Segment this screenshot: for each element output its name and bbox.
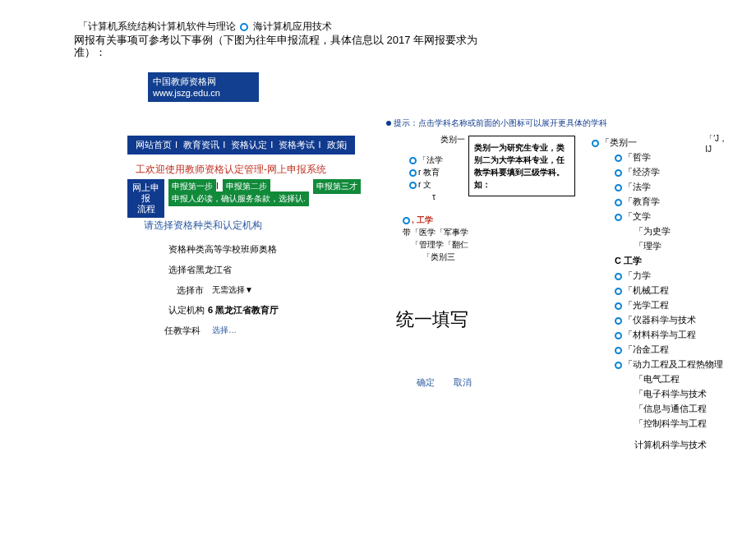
circle-icon xyxy=(615,288,622,295)
circle-icon xyxy=(409,169,417,177)
circle-icon xyxy=(615,199,622,206)
tree-item[interactable]: 「法学 xyxy=(592,179,723,194)
site-name: 中国教师资格网 xyxy=(153,76,254,87)
center-hint: 提示：点击学科名称或前面的小图标可以展开更具体的学科 xyxy=(386,118,607,129)
circle-icon xyxy=(615,362,622,369)
tree-item[interactable]: 「哲学 xyxy=(592,150,723,164)
circle-icon xyxy=(615,332,622,339)
form-org-label: 认定机构 xyxy=(168,304,205,316)
tree-item[interactable]: 「电子科学与技术 xyxy=(592,386,723,401)
circle-icon xyxy=(615,302,622,310)
tree-root[interactable]: 「类别一 xyxy=(601,137,637,147)
note-box: 类别一为研究生专业，类别二为大学本科专业，任教学科要填到三级学科。如： xyxy=(468,136,575,196)
form-org-value: 6 黑龙江省教育厅 xyxy=(208,304,279,316)
tree-item[interactable]: 「冶金工程 xyxy=(592,342,723,357)
center-lower-list: , 工学 带「医学「军事学 「管理学「翻仁 「类别三 xyxy=(403,214,468,263)
tree-item[interactable]: 「机械工程 xyxy=(592,283,723,297)
ok-button[interactable]: 确定 xyxy=(417,377,435,387)
nav-item-cert[interactable]: 资格认定 xyxy=(228,140,270,150)
tree-item[interactable]: 「信息与通信工程 xyxy=(592,401,723,416)
tree-item[interactable]: 「动力工程及工程热物理 xyxy=(592,357,723,371)
circle-icon xyxy=(615,169,622,177)
tree-item[interactable]: 「光学工程 xyxy=(592,297,723,312)
step-3[interactable]: 申报第三才 xyxy=(313,179,361,194)
form-cert-type: 资格种类高等学校班师奥格 xyxy=(168,243,277,256)
tree-item[interactable]: 「为史学 xyxy=(592,224,723,238)
top-line-3: 准）： xyxy=(74,45,106,60)
tree-item[interactable]: 「教育学 xyxy=(592,194,723,209)
top-line-1b: 海计算机应用技术 xyxy=(253,21,332,32)
form-city-label: 选择市 xyxy=(177,284,204,297)
nav-item-exam[interactable]: 资格考试 xyxy=(275,140,318,150)
tree-item[interactable]: 「控制科学与工程 xyxy=(592,416,723,431)
form-city-select[interactable]: 无需选择▼ xyxy=(212,284,253,296)
site-url: www.jszg.edu.cn xyxy=(153,87,254,99)
top-line-1a: 「计算机系统结构计算机软件与理论 xyxy=(78,21,236,32)
circle-icon xyxy=(240,23,248,31)
nav-item-home[interactable]: 网站首页 xyxy=(132,140,175,150)
top-line-2: 网报有关事项可参考以下事例（下图为往年申报流程，具体信息以 2017 年网报要求… xyxy=(74,33,477,48)
circle-icon xyxy=(615,317,622,325)
welcome-text: 工欢迎使用教师资格认定管理-网上申报系统 xyxy=(136,163,326,177)
nav-bar: 网站首页I 教育资讯I 资格认定I 资格考试I 政策j xyxy=(127,136,355,155)
choose-title: 请选择资格种类和认定机构 xyxy=(144,219,262,233)
fill-label: 统一填写 xyxy=(396,307,468,332)
center-o-list: 「法学 r 教育 r 文 τ xyxy=(409,154,443,203)
form-province: 选择省黑龙江省 xyxy=(168,264,232,276)
tree-item[interactable]: 「电气工程 xyxy=(592,371,723,386)
circle-icon xyxy=(592,140,599,147)
circle-icon xyxy=(615,347,622,354)
tree-item[interactable]: 「力学 xyxy=(592,268,723,283)
nav-item-policy[interactable]: 政策j xyxy=(324,140,350,150)
cancel-button[interactable]: 取消 xyxy=(454,377,472,387)
confirm-row: 确定 取消 xyxy=(408,376,480,389)
center-label-cat1: 类别一 xyxy=(440,134,465,145)
tree-item[interactable]: 「仪器科学与技术 xyxy=(592,312,723,327)
apply-flow-label: 网上申报流程 xyxy=(127,179,164,218)
form-subject-select[interactable]: 选择… xyxy=(212,325,237,336)
form-subject-label: 任教学科 xyxy=(164,325,201,337)
circle-icon xyxy=(615,273,622,280)
circle-icon xyxy=(403,217,410,224)
tree-item[interactable]: C 工学 xyxy=(592,253,723,268)
site-banner: 中国教师资格网 www.jszg.edu.cn xyxy=(148,72,259,102)
circle-icon xyxy=(409,182,417,189)
circle-icon xyxy=(409,157,417,164)
bullet-icon xyxy=(386,121,391,126)
tree-item[interactable]: 「理学 xyxy=(592,238,723,253)
tree-item[interactable]: 「材料科学与工程 xyxy=(592,327,723,342)
step-must-read: 申报人必读，确认服务条款，选择认. xyxy=(168,191,309,206)
nav-item-news[interactable]: 教育资讯 xyxy=(180,140,223,150)
circle-icon xyxy=(615,184,622,191)
circle-icon xyxy=(615,214,622,221)
tree-item[interactable]: 「经济学 xyxy=(592,164,723,179)
tree-item[interactable]: 「文学 xyxy=(592,209,723,224)
top-line-1: 「计算机系统结构计算机软件与理论 海计算机应用技术 xyxy=(78,20,332,34)
right-tree: 「类别一 「哲学「经济学「法学「教育学「文学「为史学「理学C 工学「力学「机械工… xyxy=(592,135,723,452)
circle-icon xyxy=(615,155,622,162)
tree-item[interactable]: 计算机科学与技术 xyxy=(592,431,723,452)
